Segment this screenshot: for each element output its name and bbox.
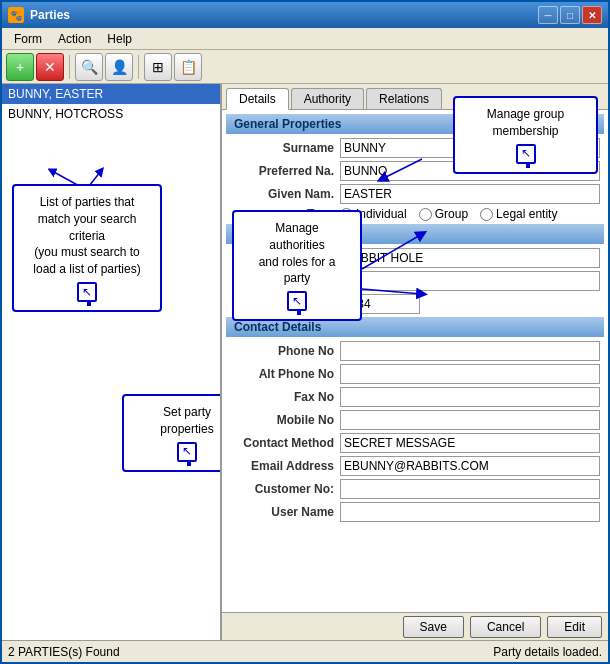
given-name-input[interactable] [340, 184, 600, 204]
minimize-btn[interactable]: ─ [538, 6, 558, 24]
customer-no-row: Customer No: [226, 479, 604, 499]
menu-help[interactable]: Help [99, 30, 140, 48]
tab-authority[interactable]: Authority [291, 88, 364, 109]
given-name-row: Given Nam. [226, 184, 604, 204]
alt-phone-input[interactable] [340, 364, 600, 384]
clipboard-button[interactable]: 📋 [174, 53, 202, 81]
add-button[interactable]: + [6, 53, 34, 81]
callout-manage-group-icon [516, 144, 536, 164]
mobile-label: Mobile No [230, 413, 340, 427]
customer-no-input[interactable] [340, 479, 600, 499]
address-input2[interactable] [340, 271, 600, 291]
status-bar: 2 PARTIES(s) Found Party details loaded. [2, 640, 608, 662]
email-label: Email Address [230, 459, 340, 473]
menu-form[interactable]: Form [6, 30, 50, 48]
edit-button[interactable]: Edit [547, 616, 602, 638]
user-name-label: User Name [230, 505, 340, 519]
app-icon: 🐾 [8, 7, 24, 23]
alt-phone-row: Alt Phone No [226, 364, 604, 384]
toolbar: + ✕ 🔍 👤 ⊞ 📋 [2, 50, 608, 84]
search-button[interactable]: 🔍 [75, 53, 103, 81]
email-input[interactable] [340, 456, 600, 476]
window-title: Parties [30, 8, 70, 22]
phone-row: Phone No [226, 341, 604, 361]
callout-set-party-icon [177, 442, 197, 462]
scroll-area[interactable]: Manageauthoritiesand roles for aparty Ge… [222, 110, 608, 612]
callout-set-party-text: Set partyproperties [160, 405, 213, 436]
alt-phone-label: Alt Phone No [230, 367, 340, 381]
mobile-row: Mobile No [226, 410, 604, 430]
customer-no-label: Customer No: [230, 482, 340, 496]
party-list: BUNNY, EASTER BUNNY, HOTCROSS [2, 84, 220, 640]
cursor-icon-4 [292, 293, 302, 310]
surname-label: Surname [230, 141, 340, 155]
address-input[interactable] [340, 248, 600, 268]
title-bar: 🐾 Parties ─ □ ✕ [2, 2, 608, 28]
contact-method-row: Contact Method [226, 433, 604, 453]
fax-input[interactable] [340, 387, 600, 407]
menu-action[interactable]: Action [50, 30, 99, 48]
phone-input[interactable] [340, 341, 600, 361]
tab-details[interactable]: Details [226, 88, 289, 110]
callout-manage-auth-icon [287, 291, 307, 311]
grid-button[interactable]: ⊞ [144, 53, 172, 81]
radio-group[interactable]: Group [419, 207, 468, 221]
menu-bar: Form Action Help [2, 28, 608, 50]
main-window: 🐾 Parties ─ □ ✕ Form Action Help + ✕ 🔍 👤… [0, 0, 610, 664]
party-item-hotcross[interactable]: BUNNY, HOTCROSS [2, 104, 220, 124]
cursor-icon-3 [521, 145, 531, 162]
left-panel: BUNNY, EASTER BUNNY, HOTCROSS List of pa… [2, 84, 222, 640]
party-item-easter[interactable]: BUNNY, EASTER [2, 84, 220, 104]
toolbar-separator-2 [138, 55, 139, 79]
close-btn[interactable]: ✕ [582, 6, 602, 24]
status-left: 2 PARTIES(s) Found [8, 645, 305, 659]
save-button[interactable]: Save [403, 616, 464, 638]
callout-manage-group-text: Manage groupmembership [487, 107, 564, 138]
callout-manage-group: Manage groupmembership [453, 96, 598, 174]
maximize-btn[interactable]: □ [560, 6, 580, 24]
callout-list-parties-icon [77, 282, 97, 302]
callout-list-parties: List of parties that match your search c… [12, 184, 162, 312]
cancel-button-main[interactable]: Cancel [470, 616, 541, 638]
type-radio-group: Individual Group Legal entity [340, 207, 600, 221]
radio-legal[interactable]: Legal entity [480, 207, 557, 221]
contact-method-label: Contact Method [230, 436, 340, 450]
user-name-input[interactable] [340, 502, 600, 522]
photo-button[interactable]: 👤 [105, 53, 133, 81]
email-row: Email Address [226, 456, 604, 476]
callout-set-party: Set partyproperties [122, 394, 222, 472]
callout-manage-auth-text: Manageauthoritiesand roles for aparty [259, 221, 336, 285]
contact-method-input[interactable] [340, 433, 600, 453]
status-right: Party details loaded. [305, 645, 602, 659]
fax-row: Fax No [226, 387, 604, 407]
bottom-bar: Save Cancel Edit [222, 612, 608, 640]
main-area: BUNNY, EASTER BUNNY, HOTCROSS List of pa… [2, 84, 608, 640]
window-controls: ─ □ ✕ [538, 6, 602, 24]
given-name-label: Given Nam. [230, 187, 340, 201]
preferred-name-label: Preferred Na. [230, 164, 340, 178]
callout-manage-auth: Manageauthoritiesand roles for aparty [232, 210, 362, 321]
cancel-button[interactable]: ✕ [36, 53, 64, 81]
toolbar-separator-1 [69, 55, 70, 79]
user-name-row: User Name [226, 502, 604, 522]
cursor-icon-2 [182, 443, 192, 460]
tab-relations[interactable]: Relations [366, 88, 442, 109]
cursor-icon [82, 284, 92, 301]
callout-list-parties-text: List of parties that match your search c… [33, 195, 140, 276]
fax-label: Fax No [230, 390, 340, 404]
mobile-input[interactable] [340, 410, 600, 430]
phone-label: Phone No [230, 344, 340, 358]
right-panel: Manage groupmembership Details Authority… [222, 84, 608, 640]
